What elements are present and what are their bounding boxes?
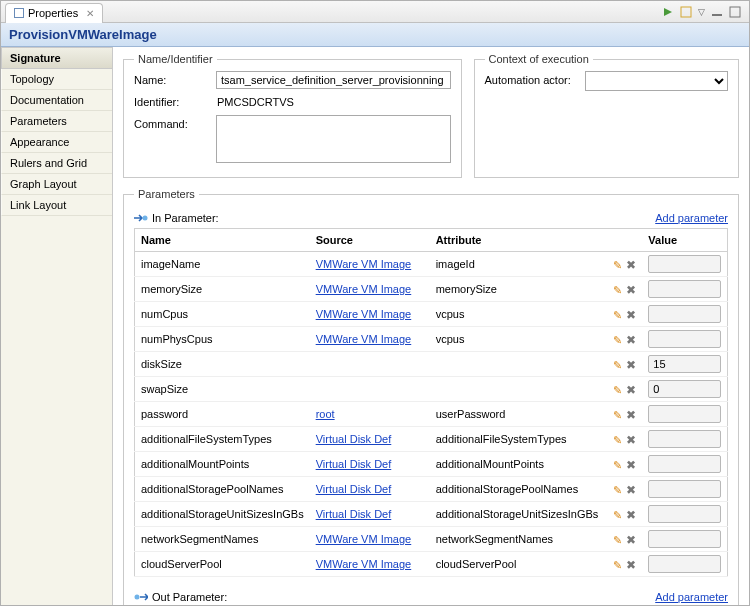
maximize-icon[interactable]: [729, 6, 741, 18]
delete-icon[interactable]: ✖: [624, 258, 636, 270]
tab-properties[interactable]: Properties ✕: [5, 3, 103, 23]
param-attribute: [430, 377, 605, 402]
edit-icon[interactable]: ✎: [610, 284, 622, 296]
param-source[interactable]: Virtual Disk Def: [310, 452, 430, 477]
delete-icon[interactable]: ✖: [624, 358, 636, 370]
in-arrow-icon: [134, 213, 148, 223]
param-source[interactable]: root: [310, 402, 430, 427]
param-source[interactable]: Virtual Disk Def: [310, 427, 430, 452]
table-row: additionalStorageUnitSizesInGBsVirtual D…: [135, 502, 728, 527]
edit-icon[interactable]: ✎: [610, 559, 622, 571]
identifier-label: Identifier:: [134, 93, 216, 108]
param-value-input[interactable]: [648, 330, 721, 348]
table-row: diskSize✎✖: [135, 352, 728, 377]
delete-icon[interactable]: ✖: [624, 458, 636, 470]
param-attribute: userPassword: [430, 402, 605, 427]
param-source[interactable]: VMWare VM Image: [310, 552, 430, 577]
param-value-input[interactable]: [648, 280, 721, 298]
edit-icon[interactable]: ✎: [610, 509, 622, 521]
param-value-input[interactable]: [648, 355, 721, 373]
edit-icon[interactable]: ✎: [610, 534, 622, 546]
edit-icon[interactable]: ✎: [610, 359, 622, 371]
parameters-group: Parameters In Parameter: Add parameter N…: [123, 188, 739, 606]
param-value-input[interactable]: [648, 380, 721, 398]
sidebar-item-graph-layout[interactable]: Graph Layout: [1, 174, 112, 195]
delete-icon[interactable]: ✖: [624, 283, 636, 295]
sidebar-item-documentation[interactable]: Documentation: [1, 90, 112, 111]
actor-select[interactable]: [585, 71, 728, 91]
edit-icon[interactable]: ✎: [610, 484, 622, 496]
delete-icon[interactable]: ✖: [624, 383, 636, 395]
command-input[interactable]: [216, 115, 451, 163]
context-legend: Context of execution: [485, 53, 593, 65]
view-toolbar: ▽: [662, 6, 745, 18]
actor-label: Automation actor:: [485, 71, 585, 86]
sidebar-item-signature[interactable]: Signature: [1, 47, 112, 69]
delete-icon[interactable]: ✖: [624, 533, 636, 545]
param-source[interactable]: VMWare VM Image: [310, 302, 430, 327]
delete-icon[interactable]: ✖: [624, 558, 636, 570]
param-source[interactable]: Virtual Disk Def: [310, 502, 430, 527]
edit-icon[interactable]: ✎: [610, 259, 622, 271]
delete-icon[interactable]: ✖: [624, 333, 636, 345]
sidebar-item-rulers-and-grid[interactable]: Rulers and Grid: [1, 153, 112, 174]
add-out-parameter-link[interactable]: Add parameter: [655, 591, 728, 603]
refresh-icon[interactable]: [680, 6, 692, 18]
param-actions: ✎✖: [604, 427, 642, 452]
param-value-input[interactable]: [648, 255, 721, 273]
param-name: numCpus: [135, 302, 310, 327]
param-name: additionalStorageUnitSizesInGBs: [135, 502, 310, 527]
add-in-parameter-link[interactable]: Add parameter: [655, 212, 728, 224]
param-source[interactable]: VMWare VM Image: [310, 327, 430, 352]
sidebar-item-parameters[interactable]: Parameters: [1, 111, 112, 132]
param-value-cell: [642, 377, 727, 402]
edit-icon[interactable]: ✎: [610, 309, 622, 321]
table-row: additionalStoragePoolNamesVirtual Disk D…: [135, 477, 728, 502]
pin-icon[interactable]: [662, 6, 674, 18]
delete-icon[interactable]: ✖: [624, 408, 636, 420]
sidebar-item-link-layout[interactable]: Link Layout: [1, 195, 112, 216]
table-row: imageNameVMWare VM ImageimageId✎✖: [135, 252, 728, 277]
param-name: numPhysCpus: [135, 327, 310, 352]
delete-icon[interactable]: ✖: [624, 433, 636, 445]
svg-point-3: [143, 216, 148, 221]
param-actions: ✎✖: [604, 327, 642, 352]
param-source[interactable]: Virtual Disk Def: [310, 477, 430, 502]
param-value-input[interactable]: [648, 505, 721, 523]
sidebar-item-topology[interactable]: Topology: [1, 69, 112, 90]
param-source[interactable]: VMWare VM Image: [310, 527, 430, 552]
edit-icon[interactable]: ✎: [610, 459, 622, 471]
param-value-input[interactable]: [648, 305, 721, 323]
param-value-input[interactable]: [648, 555, 721, 573]
sidebar-item-appearance[interactable]: Appearance: [1, 132, 112, 153]
table-row: passwordrootuserPassword✎✖: [135, 402, 728, 427]
param-value-input[interactable]: [648, 455, 721, 473]
param-name: additionalStoragePoolNames: [135, 477, 310, 502]
param-value-input[interactable]: [648, 530, 721, 548]
minimize-icon[interactable]: [711, 6, 723, 18]
edit-icon[interactable]: ✎: [610, 334, 622, 346]
name-input[interactable]: [216, 71, 451, 89]
properties-icon: [14, 8, 24, 18]
menu-icon[interactable]: ▽: [698, 7, 705, 17]
delete-icon[interactable]: ✖: [624, 483, 636, 495]
page-title: ProvisionVMWareImage: [9, 27, 741, 42]
close-icon[interactable]: ✕: [86, 8, 94, 19]
delete-icon[interactable]: ✖: [624, 508, 636, 520]
command-label: Command:: [134, 115, 216, 130]
param-value-input[interactable]: [648, 405, 721, 423]
param-value-input[interactable]: [648, 480, 721, 498]
param-source[interactable]: VMWare VM Image: [310, 277, 430, 302]
param-attribute: memorySize: [430, 277, 605, 302]
param-source: [310, 352, 430, 377]
tab-label: Properties: [28, 7, 78, 19]
param-name: password: [135, 402, 310, 427]
param-value-input[interactable]: [648, 430, 721, 448]
param-actions: ✎✖: [604, 277, 642, 302]
edit-icon[interactable]: ✎: [610, 434, 622, 446]
param-value-cell: [642, 452, 727, 477]
edit-icon[interactable]: ✎: [610, 409, 622, 421]
param-source[interactable]: VMWare VM Image: [310, 252, 430, 277]
delete-icon[interactable]: ✖: [624, 308, 636, 320]
edit-icon[interactable]: ✎: [610, 384, 622, 396]
